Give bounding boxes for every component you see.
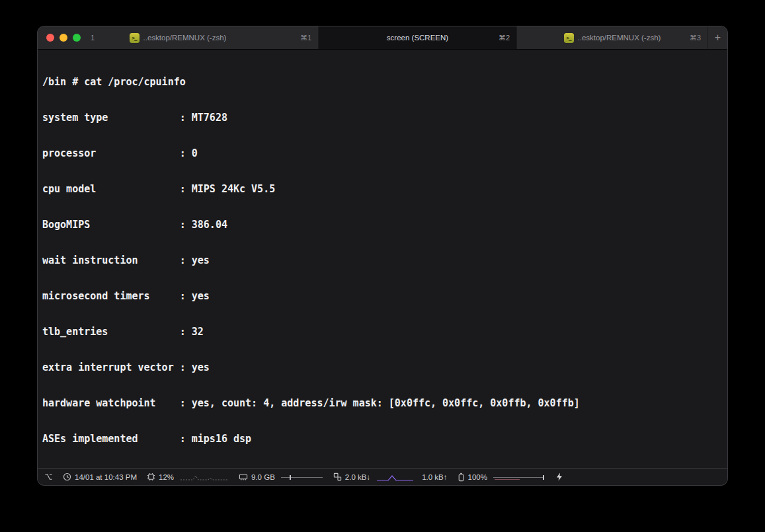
network-up-text: 1.0 kB↑: [422, 473, 447, 481]
network-icon: [333, 473, 342, 481]
cpu-percent: 12%: [159, 473, 174, 481]
memory-icon: [239, 473, 248, 481]
branch-indicator: [44, 473, 53, 481]
tab-remnux-1[interactable]: 1 >_ ..esktop/REMNUX (-zsh) ⌘1: [38, 26, 318, 49]
network-sparkline: [376, 473, 415, 482]
battery-icon: [458, 473, 465, 482]
tab-bar: 1 >_ ..esktop/REMNUX (-zsh) ⌘1 screen (S…: [38, 26, 727, 50]
tab-shortcut: ⌘1: [300, 34, 311, 42]
output-line: hardware watchpoint : yes, count: 4, add…: [42, 397, 722, 409]
minimize-button[interactable]: [60, 34, 67, 42]
output-line: extra interrupt vector : yes: [42, 361, 722, 373]
network-indicator: 2.0 kB↓ 1.0 kB↑: [333, 473, 448, 482]
memory-indicator: 9.0 GB: [239, 473, 323, 482]
cpu-icon: [147, 473, 155, 481]
tab-label: ..esktop/REMNUX (-zsh): [578, 34, 661, 42]
command-line: /bin # cat /proc/cpuinfo: [42, 76, 722, 88]
tab-label: ..esktop/REMNUX (-zsh): [143, 34, 227, 42]
status-bar: 14/01 at 10:43 PM 12% 9.0 GB: [38, 468, 727, 485]
clock-indicator: 14/01 at 10:43 PM: [63, 473, 137, 481]
tab-shortcut: ⌘2: [499, 34, 510, 42]
charging-bolt-icon: [556, 473, 563, 481]
output-line: cpu model : MIPS 24Kc V5.5: [42, 183, 722, 195]
traffic-lights: [46, 34, 81, 42]
new-tab-button[interactable]: +: [707, 26, 727, 49]
output-line: tlb_entries : 32: [42, 326, 722, 338]
output-line: ASEs implemented : mips16 dsp: [42, 433, 722, 445]
terminal-app-icon: >_: [130, 33, 140, 43]
charging-indicator: [556, 473, 563, 481]
tab-remnux-2[interactable]: >_ ..esktop/REMNUX (-zsh) ⌘3: [516, 26, 707, 49]
terminal-window: 1 >_ ..esktop/REMNUX (-zsh) ⌘1 screen (S…: [38, 26, 727, 485]
cpu-indicator: 12%: [147, 473, 229, 482]
terminal-app-icon: >_: [564, 33, 574, 43]
session-badge: 1: [91, 34, 95, 42]
branch-icon: [44, 473, 53, 481]
output-line: BogoMIPS : 386.04: [42, 219, 722, 231]
cpu-sparkline: [180, 473, 229, 482]
tab-shortcut: ⌘3: [690, 34, 701, 42]
battery-bar: [493, 473, 546, 482]
terminal-content[interactable]: /bin # cat /proc/cpuinfo system type : M…: [38, 50, 727, 468]
battery-percent: 100%: [468, 473, 487, 481]
output-line: microsecond timers : yes: [42, 290, 722, 302]
tab-screen[interactable]: screen (SCREEN) ⌘2: [318, 26, 516, 49]
battery-indicator: 100%: [458, 473, 546, 482]
output-line: wait instruction : yes: [42, 254, 722, 266]
clock-icon: [63, 473, 71, 481]
tab-label: screen (SCREEN): [387, 34, 448, 42]
network-down-text: 2.0 kB↓: [345, 473, 370, 481]
memory-bar: [281, 473, 323, 482]
close-button[interactable]: [46, 34, 54, 42]
memory-text: 9.0 GB: [251, 473, 275, 481]
output-line: system type : MT7628: [42, 112, 722, 124]
output-line: processor : 0: [42, 147, 722, 159]
datetime-text: 14/01 at 10:43 PM: [75, 473, 137, 481]
zoom-button[interactable]: [73, 34, 81, 42]
